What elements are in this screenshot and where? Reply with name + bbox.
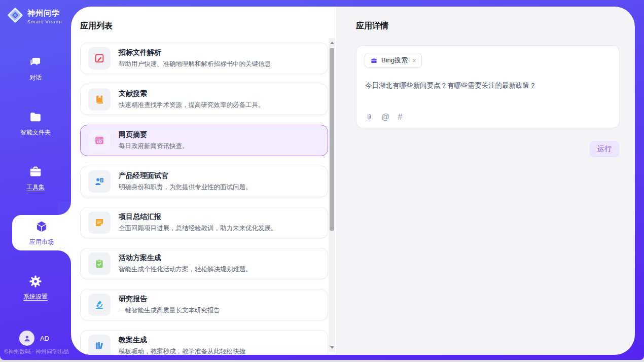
sidebar-item-1[interactable]: 智能文件夹 bbox=[0, 105, 71, 141]
attachment-icon[interactable] bbox=[365, 113, 373, 121]
app-card-description: 快速精准查找学术资源，提高研究效率的必备工具。 bbox=[119, 101, 265, 110]
mention-icon[interactable]: @ bbox=[381, 113, 389, 121]
app-card-description: 模板驱动，教案秒成，教学准备从此轻松快捷 bbox=[119, 347, 245, 355]
sidebar-item-0[interactable]: 对话 bbox=[0, 51, 71, 86]
sidebar-item-label: 对话 bbox=[29, 74, 42, 82]
browser-code-icon bbox=[88, 129, 111, 152]
prompt-composer[interactable]: Bing搜索 × 今日湖北有哪些新闻要点？有哪些需要关注的最新政策？ @ # bbox=[356, 45, 620, 128]
app-cards: 招标文件解析 帮助用户快速、准确地理解和解析招标书中的关键信息 文献搜索 快速精… bbox=[80, 43, 328, 355]
sidebar-item-label: 工具集 bbox=[26, 183, 45, 192]
app-card-0[interactable]: 招标文件解析 帮助用户快速、准确地理解和解析招标书中的关键信息 bbox=[80, 43, 328, 74]
app-card-description: 明确身份和职责，为您提供专业性的面试问题。 bbox=[119, 183, 252, 192]
sidebar-nav: 对话 智能文件夹 工具集 应用市场 bbox=[0, 51, 71, 324]
sidebar-item-4[interactable]: 系统设置 bbox=[0, 270, 71, 305]
app-card-description: 全面回顾项目进展，总结经验教训，助力未来优化发展。 bbox=[119, 224, 277, 233]
hashtag-icon[interactable]: # bbox=[398, 113, 402, 121]
sidebar-item-label: 系统设置 bbox=[23, 293, 48, 301]
clipboard-check-icon bbox=[88, 252, 111, 275]
research-icon bbox=[88, 294, 111, 316]
tool-tag[interactable]: Bing搜索 × bbox=[365, 53, 422, 68]
app-card-title: 产品经理面试官 bbox=[119, 171, 252, 180]
app-window: 神州问学 Smart Vision 对话 智能文件夹 bbox=[0, 0, 644, 360]
sidebar-item-3[interactable]: 应用市场 bbox=[12, 215, 71, 250]
app-list-panel: 应用列表 招标文件解析 帮助用户快速、准确地理解和解析招标书中的关键信息 文献搜… bbox=[71, 7, 336, 355]
app-card-title: 研究报告 bbox=[119, 295, 220, 304]
app-list-title: 应用列表 bbox=[80, 21, 336, 31]
gear-icon bbox=[28, 274, 43, 289]
briefcase-icon bbox=[370, 57, 378, 64]
toolbox-icon bbox=[28, 164, 43, 179]
book-icon bbox=[88, 88, 111, 111]
concave-curve-top bbox=[58, 202, 71, 215]
app-card-description: 一键智能生成高质量长文本研究报告 bbox=[119, 306, 220, 315]
content-area: 应用列表 招标文件解析 帮助用户快速、准确地理解和解析招标书中的关键信息 文献搜… bbox=[71, 7, 635, 355]
avatar bbox=[19, 331, 34, 346]
app-card-description: 帮助用户快速、准确地理解和解析招标书中的关键信息 bbox=[119, 60, 271, 68]
tool-tag-close-icon[interactable]: × bbox=[412, 57, 416, 64]
app-card-2[interactable]: 网页摘要 每日政府新闻资讯快查。 bbox=[80, 125, 328, 156]
brand-name: 神州问学 bbox=[27, 9, 62, 18]
prompt-text[interactable]: 今日湖北有哪些新闻要点？有哪些需要关注的最新政策？ bbox=[365, 81, 611, 90]
brand-slogan: Smart Vision bbox=[27, 19, 62, 24]
app-detail-panel: 应用详情 Bing搜索 × 今日湖北有哪些新闻要点？有哪些需要关注的最新政策？ bbox=[336, 7, 635, 355]
sidebar: 神州问学 Smart Vision 对话 智能文件夹 bbox=[0, 0, 71, 360]
tool-tag-label: Bing搜索 bbox=[381, 56, 408, 65]
composer-toolbar: @ # bbox=[365, 113, 402, 121]
list-scrollbar[interactable] bbox=[329, 38, 335, 352]
app-card-5[interactable]: 活动方案生成 智能生成个性化活动方案，轻松解决规划难题。 bbox=[80, 248, 328, 279]
app-card-title: 文献搜索 bbox=[119, 89, 265, 98]
app-card-title: 项目总结汇报 bbox=[119, 212, 277, 222]
app-card-title: 招标文件解析 bbox=[119, 48, 271, 57]
chat-icon bbox=[28, 55, 43, 70]
sidebar-item-label: 应用市场 bbox=[29, 238, 54, 246]
interviewer-icon bbox=[88, 170, 111, 193]
diamond-logo-icon bbox=[7, 7, 24, 26]
app-card-6[interactable]: 研究报告 一键智能生成高质量长文本研究报告 bbox=[80, 289, 328, 320]
app-card-description: 智能生成个性化活动方案，轻松解决规划难题。 bbox=[119, 265, 252, 274]
person-icon bbox=[23, 334, 31, 343]
sidebar-item-label: 智能文件夹 bbox=[20, 128, 51, 137]
app-card-description: 每日政府新闻资讯快查。 bbox=[119, 142, 189, 151]
app-card-7[interactable]: 教案生成 模板驱动，教案秒成，教学准备从此轻松快捷 bbox=[80, 330, 328, 355]
app-detail-title: 应用详情 bbox=[356, 21, 635, 31]
sidebar-item-2[interactable]: 工具集 bbox=[0, 160, 71, 196]
note-icon bbox=[88, 211, 111, 234]
folder-icon bbox=[28, 110, 43, 125]
scrollbar-thumb[interactable] bbox=[330, 48, 334, 231]
app-card-3[interactable]: 产品经理面试官 明确身份和职责，为您提供专业性的面试问题。 bbox=[80, 166, 328, 197]
app-card-1[interactable]: 文献搜索 快速精准查找学术资源，提高研究效率的必备工具。 bbox=[80, 84, 328, 115]
user-initials: AD bbox=[40, 335, 49, 342]
app-card-4[interactable]: 项目总结汇报 全面回顾项目进展，总结经验教训，助力未来优化发展。 bbox=[80, 207, 328, 238]
copyright-footer: ©神州数码 · 神州问学出品 bbox=[4, 348, 69, 355]
pen-square-icon bbox=[88, 47, 111, 69]
scrollbar-down-icon[interactable] bbox=[329, 344, 335, 351]
run-button[interactable]: 运行 bbox=[590, 141, 619, 157]
brand-logo: 神州问学 Smart Vision bbox=[7, 7, 62, 26]
scrollbar-up-icon[interactable] bbox=[329, 39, 335, 46]
cube-icon bbox=[34, 219, 49, 234]
books-icon bbox=[88, 335, 111, 355]
concave-curve-bottom bbox=[58, 250, 71, 264]
app-card-title: 教案生成 bbox=[119, 336, 245, 345]
app-card-title: 网页摘要 bbox=[119, 130, 189, 139]
user-account[interactable]: AD bbox=[19, 331, 49, 346]
app-card-title: 活动方案生成 bbox=[119, 254, 252, 263]
